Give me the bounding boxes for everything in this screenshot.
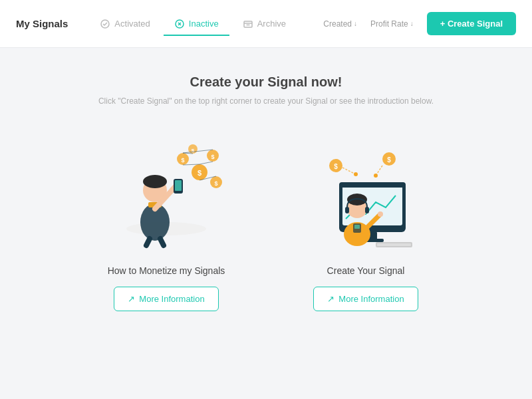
svg-line-26 xyxy=(200,162,213,164)
svg-text:$: $ xyxy=(387,156,391,164)
tab-inactive[interactable]: Inactive xyxy=(164,13,229,36)
tab-activated[interactable]: Activated xyxy=(89,13,160,36)
header: My Signals Activated Inactive xyxy=(0,0,532,48)
nav-tabs: Activated Inactive Archive xyxy=(89,13,323,35)
main-title: Create your Signal now! xyxy=(190,74,342,90)
tab-archive-label: Archive xyxy=(257,19,286,29)
tab-archive[interactable]: Archive xyxy=(232,13,297,36)
svg-line-31 xyxy=(160,239,164,245)
create-signal-illustration: $ $ xyxy=(299,132,432,252)
svg-rect-49 xyxy=(354,225,360,229)
header-right: Created ↓ Profit Rate ↓ + Create Signal xyxy=(323,12,516,35)
external-link-icon-1: ↗ xyxy=(128,294,135,304)
sort-profit-arrow: ↓ xyxy=(410,20,414,27)
svg-text:$: $ xyxy=(192,148,195,154)
sort-created[interactable]: Created ↓ xyxy=(323,19,357,29)
monetize-more-info-label: More Information xyxy=(139,294,204,304)
external-link-icon-2: ↗ xyxy=(327,294,334,304)
monetize-illustration: $ $ $ $ $ xyxy=(100,132,233,252)
svg-rect-51 xyxy=(365,207,369,213)
archive-icon xyxy=(243,19,253,29)
svg-point-43 xyxy=(354,172,358,176)
svg-line-41 xyxy=(342,168,356,174)
monetize-more-info-button[interactable]: ↗ More Information xyxy=(114,287,218,311)
svg-rect-50 xyxy=(345,207,349,213)
main-content: Create your Signal now! Click "Create Si… xyxy=(0,48,532,338)
sort-profit-label: Profit Rate xyxy=(370,19,408,29)
sort-created-arrow: ↓ xyxy=(354,20,357,27)
sort-profit-rate[interactable]: Profit Rate ↓ xyxy=(370,19,414,29)
svg-text:$: $ xyxy=(181,157,184,164)
cards-row: $ $ $ $ $ xyxy=(93,132,439,311)
main-subtitle: Click "Create Signal" on the top right c… xyxy=(98,96,434,106)
create-signal-card: $ $ xyxy=(293,132,439,311)
page-title: My Signals xyxy=(16,18,68,29)
inactive-icon xyxy=(174,19,185,29)
svg-point-44 xyxy=(374,174,378,178)
svg-text:$: $ xyxy=(211,154,214,160)
svg-rect-55 xyxy=(377,243,411,246)
svg-rect-14 xyxy=(175,180,182,191)
monetize-card: $ $ $ $ $ xyxy=(93,132,239,311)
svg-text:$: $ xyxy=(334,163,338,170)
svg-point-10 xyxy=(143,175,167,188)
create-signal-more-info-button[interactable]: ↗ More Information xyxy=(313,287,418,311)
tab-activated-label: Activated xyxy=(114,19,150,29)
svg-text:$: $ xyxy=(198,169,201,177)
create-signal-card-label: Create Your Signal xyxy=(327,265,405,276)
svg-point-53 xyxy=(378,211,383,217)
create-signal-button[interactable]: + Create Signal xyxy=(427,12,516,35)
create-signal-more-info-label: More Information xyxy=(338,294,404,304)
sort-created-label: Created xyxy=(323,19,352,29)
svg-rect-4 xyxy=(244,21,252,27)
svg-text:$: $ xyxy=(214,180,217,187)
svg-rect-36 xyxy=(339,182,406,188)
activity-icon xyxy=(100,19,110,29)
svg-line-30 xyxy=(146,239,150,245)
monetize-card-label: How to Monetize my Signals xyxy=(108,265,225,276)
tab-inactive-label: Inactive xyxy=(189,19,219,29)
